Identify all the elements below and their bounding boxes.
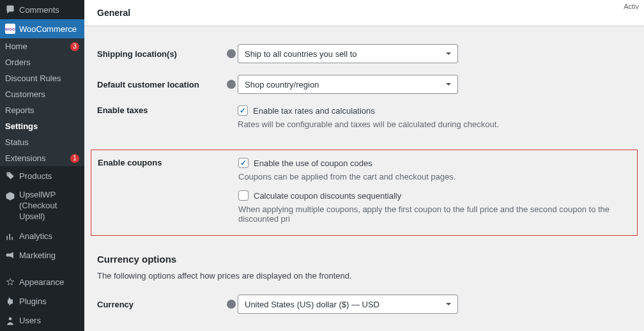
sidebar-item-label: Plugins xyxy=(19,296,79,306)
shipping-location-select[interactable]: Ship to all countries you sell to xyxy=(238,44,458,63)
sidebar-item-label: Marketing xyxy=(19,250,79,260)
sidebar-item-users[interactable]: Users xyxy=(0,311,84,330)
svg-point-0 xyxy=(9,317,12,320)
sidebar-item-appearance[interactable]: Appearance xyxy=(0,273,84,292)
page-title: General xyxy=(97,8,130,18)
sidebar-item-label: Products xyxy=(19,171,79,181)
sidebar-item-woocommerce[interactable]: woo WooCommerce xyxy=(0,19,84,38)
enable-coupons-desc: Coupons can be applied from the cart and… xyxy=(238,172,631,181)
sidebar-item-upsellwp[interactable]: UpsellWP (Checkout Upsell) xyxy=(0,185,84,227)
plugins-icon xyxy=(5,296,15,307)
sidebar-item-plugins[interactable]: Plugins xyxy=(0,292,84,311)
sidebar-sub-home[interactable]: Home3 xyxy=(0,38,84,54)
enable-taxes-checkbox-label: Enable tax rates and calculations xyxy=(253,106,375,116)
enable-coupons-checkbox[interactable] xyxy=(238,158,249,168)
sidebar-sub-extensions[interactable]: Extensions1 xyxy=(0,150,84,166)
customer-location-select[interactable]: Shop country/region xyxy=(238,75,458,94)
sidebar-item-label: Appearance xyxy=(19,277,79,287)
page-header: General Activ xyxy=(84,0,644,26)
enable-taxes-desc: Rates will be configurable and taxes wil… xyxy=(238,119,631,129)
coupons-highlight-box: Enable coupons Enable the use of coupon … xyxy=(91,150,638,236)
sidebar-item-analytics[interactable]: Analytics xyxy=(0,227,84,246)
products-icon xyxy=(5,171,15,181)
sidebar-sub-customers[interactable]: Customers xyxy=(0,86,84,102)
help-icon[interactable]: ? xyxy=(227,80,236,89)
sidebar-sub-orders[interactable]: Orders xyxy=(0,54,84,70)
enable-taxes-checkbox[interactable] xyxy=(238,105,248,116)
currency-section-title: Currency options xyxy=(97,254,631,265)
sidebar-item-label: Analytics xyxy=(19,231,79,241)
sidebar-sub-reports[interactable]: Reports xyxy=(0,102,84,118)
activate-text: Activ xyxy=(624,3,639,10)
sequential-coupons-desc: When applying multiple coupons, apply th… xyxy=(238,204,631,224)
currency-select[interactable]: United States (US) dollar ($) — USD xyxy=(238,295,458,314)
analytics-icon xyxy=(5,231,15,242)
sidebar-item-products[interactable]: Products xyxy=(0,166,84,185)
home-badge: 3 xyxy=(70,42,79,51)
sequential-coupons-checkbox[interactable] xyxy=(238,190,249,201)
sequential-coupons-checkbox-label: Calculate coupon discounts sequentially xyxy=(254,191,401,201)
help-icon[interactable]: ? xyxy=(227,49,236,58)
sidebar-item-label: Comments xyxy=(19,5,79,15)
woocommerce-icon: woo xyxy=(5,24,15,34)
currency-label: Currency xyxy=(97,300,225,309)
sidebar-sub-status[interactable]: Status xyxy=(0,134,84,150)
users-icon xyxy=(5,316,15,326)
sidebar-item-label: UpsellWP (Checkout Upsell) xyxy=(19,190,79,222)
sidebar-item-comments[interactable]: Comments xyxy=(0,0,84,19)
sidebar-item-label: WooCommerce xyxy=(19,24,79,34)
enable-coupons-checkbox-label: Enable the use of coupon codes xyxy=(254,158,372,168)
sidebar-sub-discount-rules[interactable]: Discount Rules xyxy=(0,70,84,86)
comments-icon xyxy=(5,4,15,15)
sidebar-item-marketing[interactable]: Marketing xyxy=(0,246,84,265)
upsellwp-icon xyxy=(5,191,15,201)
megaphone-icon xyxy=(5,250,15,261)
currency-section-desc: The following options affect how prices … xyxy=(97,271,631,281)
shipping-location-label: Shipping location(s) xyxy=(97,49,225,59)
enable-taxes-label: Enable taxes xyxy=(97,105,225,115)
help-icon[interactable]: ? xyxy=(227,300,236,309)
appearance-icon xyxy=(5,277,15,288)
extensions-badge: 1 xyxy=(70,154,79,163)
customer-location-label: Default customer location xyxy=(97,80,225,89)
sidebar-item-label: Users xyxy=(19,316,79,325)
enable-coupons-label: Enable coupons xyxy=(98,158,226,167)
sidebar-sub-settings[interactable]: Settings xyxy=(0,118,84,134)
